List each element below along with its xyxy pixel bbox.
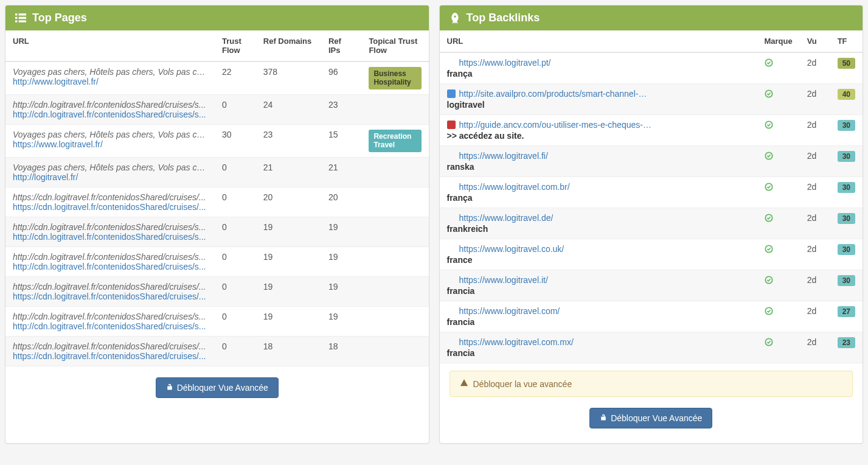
page-title-text: https://cdn.logitravel.fr/contenidosShar… [13,341,207,351]
backlink-anchor-text: francia [447,286,750,296]
backlink-anchor-text: francia [447,317,750,327]
list-icon [15,13,26,24]
table-row: https://www.logitravel.de/frankreich2d30 [440,208,863,239]
svg-rect-3 [19,16,26,18]
backlink-url-link[interactable]: https://www.logitravel.com.mx/ [459,337,574,347]
unlock-warning-text: Débloquer la vue avancée [473,379,572,389]
table-row: https://cdn.logitravel.fr/contenidosShar… [5,276,429,306]
tf-badge: 23 [838,337,855,348]
marque-cell [757,332,799,363]
backlink-url-link[interactable]: https://www.logitravel.fi/ [459,151,548,161]
table-row: http://cdn.logitravel.fr/contenidosShare… [5,217,429,246]
ref-ips-value: 96 [321,61,361,94]
check-icon [764,213,774,223]
marque-cell [757,115,799,146]
backlink-url-link[interactable]: http://guide.ancv.com/ou-utiliser-mes-e-… [459,120,654,130]
backlink-anchor-text: frança [447,193,750,203]
check-icon [764,275,774,285]
favicon-icon [447,307,456,315]
backlink-anchor-text: frankreich [447,224,750,234]
check-icon [764,337,774,347]
trust-flow-value: 0 [215,336,256,366]
ref-ips-value: 19 [321,276,361,306]
col-topical-trust-flow[interactable]: Topical Trust Flow [361,30,428,61]
page-url-link[interactable]: http://cdn.logitravel.fr/contenidosShare… [13,110,207,119]
ref-domains-value: 21 [256,157,321,187]
check-icon [764,151,774,161]
backlink-url-link[interactable]: https://www.logitravel.it/ [459,275,548,285]
marque-cell [757,301,799,332]
page-url-link[interactable]: http://cdn.logitravel.fr/contenidosShare… [13,232,207,242]
col-vu[interactable]: Vu [800,30,830,52]
table-row: http://site.availpro.com/products/smart-… [440,84,863,115]
check-icon [764,120,774,130]
backlink-url-link[interactable]: https://www.logitravel.com.br/ [459,182,570,192]
top-backlinks-header: Top Backlinks [440,5,863,30]
tf-badge: 30 [838,182,855,193]
page-title-text: https://cdn.logitravel.fr/contenidosShar… [13,282,207,292]
svg-rect-5 [19,20,26,22]
unlock-pages-button[interactable]: Débloquer Vue Avancée [156,377,279,398]
svg-rect-1 [19,13,26,15]
topic-badge: Business Hospitality [369,67,421,89]
page-url-link[interactable]: https://www.logitravel.fr/ [13,139,207,149]
ref-domains-value: 19 [256,276,321,306]
backlink-url-link[interactable]: https://www.logitravel.de/ [459,213,554,223]
trust-flow-value: 0 [215,94,256,124]
tf-badge: 27 [838,306,855,317]
top-backlinks-panel: Top Backlinks URL Marque Vu TF https://w… [439,5,864,444]
top-pages-title: Top Pages [32,12,87,24]
backlink-url-link[interactable]: https://www.logitravel.com/ [459,306,560,316]
backlink-anchor-text: logitravel [447,100,750,110]
backlink-anchor-text: francia [447,348,750,358]
page-title-text: https://cdn.logitravel.fr/contenidosShar… [13,192,207,202]
page-url-link[interactable]: http://cdn.logitravel.fr/contenidosShare… [13,321,207,331]
col-tf[interactable]: TF [830,30,863,52]
ref-domains-value: 24 [256,94,321,124]
page-url-link[interactable]: http://logitravel.fr/ [13,172,207,182]
ref-domains-value: 19 [256,246,321,276]
page-url-link[interactable]: https://cdn.logitravel.fr/contenidosShar… [13,351,207,361]
table-row: https://www.logitravel.pt/frança2d50 [440,52,863,84]
top-pages-header: Top Pages [5,5,429,30]
page-url-link[interactable]: https://cdn.logitravel.fr/contenidosShar… [13,292,207,301]
backlink-url-link[interactable]: https://www.logitravel.pt/ [459,58,551,68]
page-title-text: Voyages pas chers, Hôtels pas chers, Vol… [13,163,207,172]
table-row: http://cdn.logitravel.fr/contenidosShare… [5,94,429,124]
unlock-backlinks-label: Débloquer Vue Avancée [611,413,702,423]
vu-value: 2d [800,177,830,208]
table-row: https://www.logitravel.co.uk/france2d30 [440,239,863,270]
col-ref-ips[interactable]: Ref IPs [321,30,361,61]
vu-value: 2d [800,270,830,301]
svg-rect-0 [15,13,17,15]
tf-badge: 30 [838,275,855,286]
top-backlinks-title: Top Backlinks [467,12,540,24]
tf-badge: 50 [838,58,855,69]
favicon-icon [447,338,456,346]
trust-flow-value: 0 [215,187,256,217]
backlink-url-link[interactable]: http://site.availpro.com/products/smart-… [459,89,654,99]
col-url[interactable]: URL [5,30,215,61]
favicon-icon [447,152,456,160]
col-ref-domains[interactable]: Ref Domains [256,30,321,61]
table-row: Voyages pas chers, Hôtels pas chers, Vol… [5,61,429,94]
unlock-warning[interactable]: Débloquer la vue avancée [450,371,853,397]
col-trust-flow[interactable]: Trust Flow [215,30,256,61]
ref-ips-value: 21 [321,157,361,187]
page-url-link[interactable]: https://cdn.logitravel.fr/contenidosShar… [13,202,207,212]
top-pages-panel: Top Pages URL Trust Flow Ref Domains Ref… [5,5,429,444]
unlock-backlinks-button[interactable]: Débloquer Vue Avancée [589,408,712,428]
ref-domains-value: 20 [256,187,321,217]
ref-ips-value: 19 [321,306,361,336]
col-url[interactable]: URL [440,30,757,52]
backlink-url-link[interactable]: https://www.logitravel.co.uk/ [459,244,564,254]
table-row: https://www.logitravel.com/francia2d27 [440,301,863,332]
marque-cell [757,208,799,239]
page-url-link[interactable]: http://cdn.logitravel.fr/contenidosShare… [13,262,207,271]
col-marque[interactable]: Marque [757,30,799,52]
rocket-icon [450,13,460,24]
unlock-pages-label: Débloquer Vue Avancée [177,383,268,393]
page-url-link[interactable]: http://www.logitravel.fr/ [13,77,207,86]
check-icon [764,306,774,316]
ref-ips-value: 18 [321,336,361,366]
